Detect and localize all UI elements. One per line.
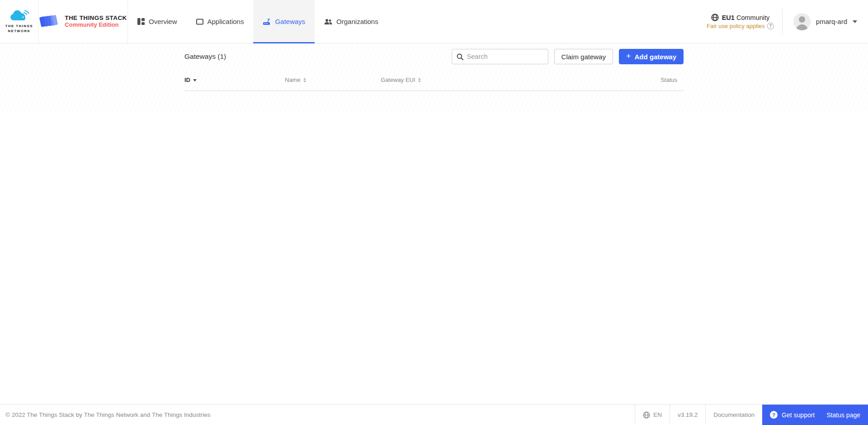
plus-icon: + <box>626 52 631 60</box>
main-nav: Overview Applications <box>128 0 388 43</box>
version-text: v3.19.2 <box>678 411 698 418</box>
support-question-icon: ? <box>770 411 778 419</box>
fair-use-text: Fair use policy applies <box>707 23 765 29</box>
toolbar: Gateways (1) Claim gateway + Add gateway <box>184 49 684 64</box>
footer-support-section: ? Get support Status page <box>762 405 868 425</box>
status-page-label: Status page <box>826 411 860 419</box>
version-label: v3.19.2 <box>670 405 705 425</box>
ttn-logo-line1: THE THINGS <box>5 24 33 29</box>
column-name-label: Name <box>285 76 301 83</box>
username: pmarq-ard <box>816 18 847 25</box>
things-network-logo[interactable]: THE THINGS NETWORK <box>0 0 39 43</box>
status-page-link[interactable]: Status page <box>826 411 860 419</box>
gateways-panel: Gateways (1) Claim gateway + Add gateway <box>184 43 684 91</box>
cluster-label: Community <box>736 14 769 21</box>
cluster-info: EU1 Community Fair use policy applies ? <box>698 14 782 29</box>
main-content: Gateways (1) Claim gateway + Add gateway <box>0 43 868 404</box>
dashboard-icon <box>137 18 145 25</box>
column-eui-label: Gateway EUI <box>381 76 415 83</box>
language-selector[interactable]: EN <box>635 405 670 425</box>
column-id-label: ID <box>184 76 190 83</box>
things-stack-logo[interactable]: THE THINGS STACK Community Edition <box>39 0 128 43</box>
chevron-down-icon <box>853 20 857 23</box>
add-gateway-label: Add gateway <box>634 53 676 61</box>
search-input[interactable] <box>467 53 543 60</box>
ttn-logo-text: THE THINGS NETWORK <box>5 24 33 33</box>
language-label: EN <box>653 411 662 418</box>
header-spacer <box>388 0 699 43</box>
add-gateway-button[interactable]: + Add gateway <box>619 49 684 64</box>
footer: © 2022 The Things Stack by The Things Ne… <box>0 404 868 425</box>
organizations-icon <box>324 19 332 25</box>
globe-icon <box>711 14 719 21</box>
tab-applications[interactable]: Applications <box>187 0 254 43</box>
person-icon <box>793 13 811 30</box>
fair-use-notice: Fair use policy applies ? <box>707 23 774 29</box>
applications-icon <box>196 19 203 25</box>
ttn-logo-line2: NETWORK <box>5 29 33 33</box>
sort-icon <box>303 78 306 82</box>
tab-organizations-label: Organizations <box>336 18 378 25</box>
footer-spacer <box>210 405 635 425</box>
help-question-icon[interactable]: ? <box>767 23 774 29</box>
sort-icon <box>418 78 421 82</box>
tab-overview-label: Overview <box>149 18 177 25</box>
column-header-status: Status <box>625 76 684 83</box>
tab-organizations[interactable]: Organizations <box>315 0 388 43</box>
search-icon <box>457 53 463 60</box>
gateways-table-header: ID Name Gateway EUI Status <box>184 76 684 91</box>
cluster-row: EU1 Community <box>711 14 770 21</box>
ttn-cloud-icon <box>9 10 30 23</box>
column-status-label: Status <box>660 76 677 83</box>
tts-stack-icon <box>39 14 60 29</box>
tab-applications-label: Applications <box>208 18 244 25</box>
user-menu[interactable]: pmarq-ard <box>783 13 862 30</box>
documentation-link[interactable]: Documentation <box>705 405 762 425</box>
page-title: Gateways (1) <box>184 53 226 61</box>
column-header-gateway-eui[interactable]: Gateway EUI <box>381 76 625 83</box>
gateway-icon <box>263 18 271 25</box>
tab-overview[interactable]: Overview <box>128 0 187 43</box>
column-header-name[interactable]: Name <box>285 76 381 83</box>
documentation-label: Documentation <box>713 411 755 418</box>
cluster-id: EU1 <box>722 14 735 21</box>
header-right: EU1 Community Fair use policy applies ? … <box>698 0 868 43</box>
copyright-text: © 2022 The Things Stack by The Things Ne… <box>0 405 210 425</box>
column-header-id[interactable]: ID <box>184 76 285 83</box>
avatar <box>793 13 811 30</box>
get-support-label: Get support <box>782 411 815 419</box>
toolbar-actions: Claim gateway + Add gateway <box>452 49 684 64</box>
globe-icon <box>643 411 650 419</box>
tab-gateways[interactable]: Gateways <box>253 0 315 43</box>
tts-logo-subtitle: Community Edition <box>65 22 127 29</box>
tab-gateways-label: Gateways <box>275 18 305 25</box>
get-support-link[interactable]: ? Get support <box>770 411 815 419</box>
claim-gateway-button[interactable]: Claim gateway <box>554 49 613 64</box>
tts-logo-title: THE THINGS STACK <box>65 14 127 22</box>
sort-desc-icon <box>193 79 197 81</box>
search-box <box>452 49 548 64</box>
top-header: THE THINGS NETWORK THE THINGS STACK Comm… <box>0 0 868 43</box>
cluster-name: EU1 Community <box>722 14 770 21</box>
tts-logo-text: THE THINGS STACK Community Edition <box>65 14 127 28</box>
